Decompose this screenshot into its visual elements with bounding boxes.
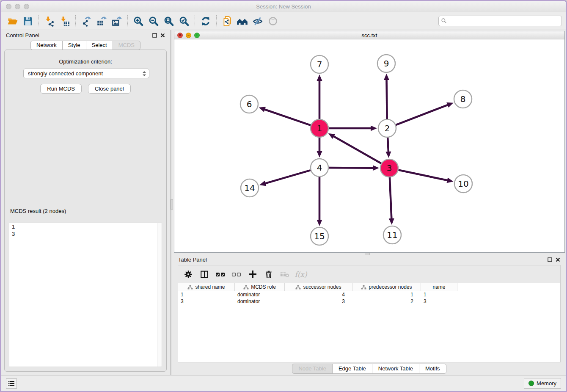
table-cell[interactable]: 1	[352, 292, 421, 298]
maximize-window-icon[interactable]	[24, 4, 29, 9]
show-eye-icon	[267, 16, 278, 27]
zoom-in-icon[interactable]	[131, 14, 146, 28]
open-folder-icon[interactable]	[5, 14, 20, 28]
graph-edge-1-6[interactable]	[264, 109, 311, 125]
hierarchy-sort-icon	[187, 285, 193, 290]
graph-edge-4-14[interactable]	[265, 170, 311, 184]
import-table-icon[interactable]	[57, 14, 72, 28]
copy-network-icon[interactable]	[220, 14, 235, 28]
tab-mcds[interactable]: MCDS	[113, 41, 140, 50]
graph-edge-3-10[interactable]	[399, 170, 448, 181]
horizontal-splitter[interactable]	[172, 253, 566, 254]
hierarchy-sort-icon	[243, 285, 249, 290]
graph-node-label: 9	[384, 58, 389, 69]
trash-icon[interactable]	[262, 268, 275, 281]
table-cell[interactable]: 2	[352, 298, 421, 304]
search-input[interactable]	[438, 16, 562, 26]
tab-motifs[interactable]: Motifs	[419, 364, 446, 374]
export-table-icon[interactable]	[94, 14, 109, 28]
tab-style[interactable]: Style	[62, 41, 86, 50]
tab-select[interactable]: Select	[86, 41, 113, 50]
column-header-shared-name[interactable]: shared name	[178, 283, 235, 291]
float-table-panel-icon[interactable]	[548, 257, 552, 262]
minimize-window-icon[interactable]	[15, 4, 20, 9]
graph-edge-arrowhead	[446, 178, 453, 183]
select-all-checkboxes-icon[interactable]	[214, 268, 227, 281]
column-header-name[interactable]: name	[421, 283, 457, 291]
clear-checkboxes-icon[interactable]	[230, 268, 243, 281]
export-network-icon[interactable]	[79, 14, 94, 28]
close-window-icon[interactable]	[6, 4, 11, 9]
show-eye-icon[interactable]	[265, 14, 281, 28]
memory-status-icon	[528, 381, 534, 386]
mcds-result-list[interactable]: 13	[9, 223, 162, 367]
network-window-titlebar[interactable]: ✕ − + scc.txt	[174, 31, 564, 39]
save-icon[interactable]	[20, 14, 36, 28]
columns-icon[interactable]	[198, 268, 211, 281]
tab-node-table[interactable]: Node Table	[292, 364, 333, 374]
table-cell[interactable]: dominator	[235, 292, 285, 298]
graph-edge-3-1[interactable]	[333, 136, 381, 163]
mcds-panel: Optimization criterion: strongly connect…	[4, 50, 167, 372]
graph-edge-2-8[interactable]	[396, 105, 449, 125]
home-icon[interactable]	[235, 14, 250, 28]
close-panel-icon[interactable]	[160, 33, 165, 38]
tab-edge-table[interactable]: Edge Table	[332, 364, 372, 374]
save-icon	[22, 16, 33, 27]
table-panel-title: Table Panel	[178, 257, 207, 263]
column-header-successor-nodes[interactable]: successor nodes	[285, 283, 352, 291]
table-cell[interactable]: 3	[178, 298, 235, 304]
result-scrollbar[interactable]	[157, 223, 162, 367]
import-network-icon[interactable]	[42, 14, 57, 28]
tab-network-table[interactable]: Network Table	[372, 364, 419, 374]
hierarchy-sort-icon	[361, 285, 366, 290]
criterion-dropdown[interactable]: strongly connected component	[23, 69, 149, 78]
tab-network[interactable]: Network	[30, 41, 63, 50]
graph-edge-arrowhead	[317, 75, 322, 81]
table-row[interactable]: 1dominator411	[178, 291, 560, 298]
criterion-dropdown-value: strongly connected component	[28, 70, 142, 77]
refresh-layout-icon	[200, 16, 211, 27]
column-header-label: successor nodes	[303, 284, 341, 290]
graph-edge-4-3[interactable]	[329, 168, 374, 168]
memory-button[interactable]: Memory	[524, 378, 561, 389]
control-panel-title: Control Panel	[6, 32, 39, 39]
vertical-splitter[interactable]	[170, 30, 172, 375]
column-header-predecessor-nodes[interactable]: predecessor nodes	[352, 283, 421, 291]
gear-icon[interactable]	[182, 268, 195, 281]
close-panel-button[interactable]: Close panel	[88, 84, 131, 94]
table-panel-header: Table Panel	[172, 254, 566, 265]
close-table-panel-icon[interactable]	[556, 257, 560, 262]
hierarchy-sort-icon	[295, 285, 301, 290]
column-header-MCDS-role[interactable]: MCDS role	[235, 283, 285, 291]
float-panel-icon[interactable]	[152, 33, 157, 38]
network-maximize-icon[interactable]: +	[194, 33, 200, 38]
zoom-fit-icon[interactable]	[161, 14, 176, 28]
graph-edge-3-11[interactable]	[390, 177, 391, 219]
table-row[interactable]: 3dominator323	[178, 298, 560, 305]
table-cell[interactable]: 3	[285, 298, 352, 304]
zoom-selected-icon[interactable]	[176, 14, 192, 28]
network-canvas[interactable]: 7968124314101511	[174, 39, 564, 252]
table-cell[interactable]: dominator	[235, 298, 285, 304]
hide-eye-icon[interactable]	[250, 14, 265, 28]
table-panel: Table Panel	[172, 254, 566, 375]
zoom-out-icon[interactable]	[146, 14, 161, 28]
table-header-row: shared nameMCDS rolesuccessor nodesprede…	[178, 283, 560, 291]
table-cell[interactable]: 3	[421, 298, 457, 304]
table-cell[interactable]: 1	[421, 292, 457, 298]
table-cell[interactable]: 1	[178, 292, 235, 298]
graph-edge-2-9[interactable]	[386, 79, 387, 119]
network-minimize-icon[interactable]: −	[186, 33, 191, 38]
add-icon[interactable]	[246, 268, 259, 281]
control-panel: Control Panel NetworkStyleSelectMCDS Opt…	[1, 30, 170, 375]
graph-edge-2-3[interactable]	[388, 138, 388, 152]
export-table-icon	[96, 16, 107, 27]
task-history-button[interactable]	[6, 378, 17, 389]
network-close-icon[interactable]: ✕	[177, 33, 183, 38]
graph-node-label: 11	[387, 230, 397, 240]
export-image-icon[interactable]	[109, 14, 124, 28]
run-mcds-button[interactable]: Run MCDS	[40, 84, 82, 94]
refresh-layout-icon[interactable]	[198, 14, 213, 28]
table-cell[interactable]: 4	[285, 292, 352, 298]
